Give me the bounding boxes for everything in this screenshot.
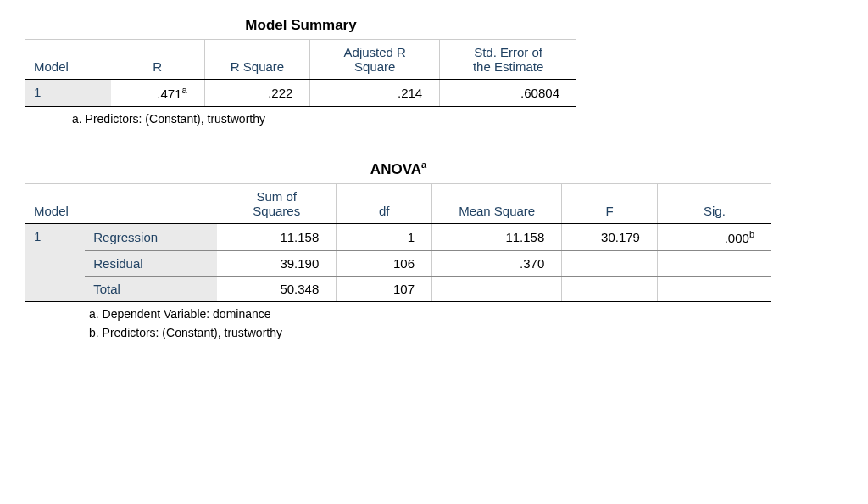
ms-std-error: .60804 (440, 80, 576, 107)
model-summary-block: Model Summary Model R R Square Adjusted … (25, 17, 843, 126)
ms-r-square: .222 (204, 80, 310, 107)
ms-r: .471a (111, 80, 205, 107)
anova-model-num: 1 (25, 223, 85, 301)
anova-row-total: Total 50.348 107 (25, 276, 771, 301)
anova-footnote-b: b. Predictors: (Constant), trustworthy (25, 326, 843, 339)
model-summary-header-row: Model R R Square Adjusted R Square Std. … (25, 40, 576, 80)
col-r-square: R Square (204, 40, 310, 80)
anova-reg-meansq: 11.158 (432, 223, 562, 250)
col-std-error: Std. Error of the Estimate (440, 40, 576, 80)
anova-title-sup: a (421, 160, 426, 170)
col-model: Model (25, 40, 111, 80)
anova-res-f (562, 250, 658, 276)
anova-reg-sig-sup: b (749, 229, 754, 239)
col-r: R (111, 40, 205, 80)
anova-row-regression: 1 Regression 11.158 1 11.158 30.179 .000… (25, 223, 771, 250)
model-summary-data-row: 1 .471a .222 .214 .60804 (25, 80, 576, 107)
anova-reg-sig-val: .000 (725, 231, 749, 245)
anova-res-meansq: .370 (432, 250, 562, 276)
anova-col-model: Model (25, 183, 217, 223)
anova-table: Model Sum of Squares df Mean Square F Si… (25, 183, 771, 302)
model-summary-title: Model Summary (25, 17, 576, 34)
anova-col-f: F (562, 183, 658, 223)
anova-res-df: 106 (337, 250, 432, 276)
ms-adj-r-square: .214 (310, 80, 440, 107)
anova-reg-sumsq: 11.158 (217, 223, 337, 250)
anova-header-row: Model Sum of Squares df Mean Square F Si… (25, 183, 771, 223)
anova-row-residual: Residual 39.190 106 .370 (25, 250, 771, 276)
anova-tot-sumsq: 50.348 (217, 276, 337, 301)
anova-reg-label: Regression (85, 223, 217, 250)
ms-r-sup: a (181, 85, 186, 95)
anova-title: ANOVAa (25, 160, 771, 178)
model-summary-footnote-a: a. Predictors: (Constant), trustworthy (25, 112, 843, 126)
anova-reg-df: 1 (337, 223, 432, 250)
anova-tot-meansq (432, 276, 562, 301)
col-adj-r-square: Adjusted R Square (310, 40, 440, 80)
anova-tot-df: 107 (337, 276, 432, 301)
anova-tot-f (562, 276, 658, 301)
anova-res-sumsq: 39.190 (217, 250, 337, 276)
anova-res-sig (657, 250, 771, 276)
anova-col-df: df (337, 183, 432, 223)
anova-tot-sig (657, 276, 771, 301)
anova-reg-f: 30.179 (562, 223, 658, 250)
anova-title-text: ANOVA (370, 161, 421, 177)
model-summary-table: Model R R Square Adjusted R Square Std. … (25, 39, 576, 107)
anova-tot-label: Total (85, 276, 217, 301)
anova-block: ANOVAa Model Sum of Squares df Mean Squa… (25, 160, 843, 339)
anova-col-sumsq: Sum of Squares (217, 183, 337, 223)
ms-r-val: .471 (157, 87, 181, 101)
anova-col-sig: Sig. (657, 183, 771, 223)
anova-reg-sig: .000b (657, 223, 771, 250)
anova-res-label: Residual (85, 250, 217, 276)
ms-model-num: 1 (25, 80, 111, 107)
anova-col-meansq: Mean Square (432, 183, 562, 223)
anova-footnote-a: a. Dependent Variable: dominance (25, 307, 843, 321)
